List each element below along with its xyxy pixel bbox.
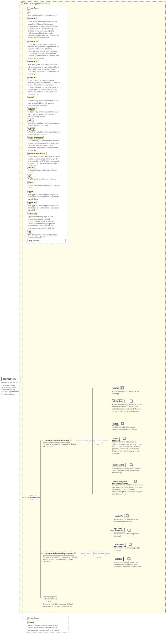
attributes-header: attributes — [30, 7, 40, 9]
connector — [110, 516, 114, 516]
any-other-desc: Extension point for provider-defined pro… — [43, 603, 76, 608]
attribute-item: idrefs Refers to the ids of elements whi… — [28, 621, 67, 631]
group-desc: A group of properties required to define… — [43, 443, 76, 448]
connector — [81, 554, 85, 554]
attributes-container-bottom[interactable]: attributes idrefs Refers to the ids of e… — [26, 616, 68, 632]
attribute-name[interactable]: creatoruri — [28, 40, 40, 43]
multiplicity-icon — [129, 543, 132, 546]
child-element[interactable]: definition — [112, 399, 124, 403]
attributes-container-main[interactable]: attributes idThe local identifier of the… — [26, 6, 67, 244]
any-other-element[interactable]: any ##other — [43, 596, 57, 600]
attribute-desc: A qualified code which identifies a conc… — [28, 169, 60, 174]
multiplicity-icon — [134, 480, 138, 483]
attribute-name[interactable]: howuri — [28, 107, 36, 110]
child-element-desc: An identifier of a more generic concept. — [114, 532, 145, 537]
connector — [22, 8, 26, 9]
root-element[interactable]: derivedFrom — [2, 377, 20, 381]
connector — [89, 440, 92, 441]
svg-rect-3 — [130, 400, 132, 402]
attribute-name[interactable]: literal — [28, 181, 35, 184]
attribute-item: xml:langSpecifies the language of this p… — [28, 212, 66, 230]
child-element[interactable]: name — [112, 386, 120, 390]
attribute-item: whyWhy the metadata has been included - … — [28, 118, 66, 126]
attribute-name[interactable]: type — [28, 190, 34, 193]
attribute-item: creatorIf the property value is not defi… — [28, 17, 66, 39]
child-element-desc: In NAR 1.8 and later, facet is deprecate… — [112, 441, 143, 455]
child-element[interactable]: narrower — [114, 543, 126, 546]
attribute-name[interactable]: qcode — [28, 166, 36, 169]
child-element[interactable]: related — [114, 557, 124, 561]
child-element-desc: A natural language definition of the sem… — [112, 403, 143, 412]
root-element-label: derivedFrom — [2, 378, 16, 380]
svg-rect-19 — [128, 558, 130, 560]
attribute-name[interactable]: dir — [28, 230, 32, 234]
attribute-desc: The type of the concept assigned as cont… — [28, 204, 60, 211]
connector — [22, 8, 22, 498]
connector — [108, 439, 112, 439]
attribute-any: any ##other — [28, 239, 66, 242]
attribute-name[interactable]: why — [28, 118, 34, 122]
collapse-icon — [74, 552, 76, 555]
group-label: ConceptDefinitionGroup — [44, 439, 69, 442]
attribute-desc: One or many constraints that apply to pu… — [28, 156, 60, 164]
child-element[interactable]: facet — [112, 437, 120, 440]
root-element-desc: Refers to the ids of elements whose valu… — [2, 382, 19, 396]
sequence-box[interactable] — [94, 439, 103, 443]
attribute-name[interactable]: how — [28, 96, 34, 99]
svg-rect-5 — [122, 422, 124, 424]
child-element[interactable]: remoteInfo — [112, 463, 126, 467]
sequence-box[interactable] — [81, 439, 89, 443]
connector — [110, 516, 110, 591]
attribute-name[interactable]: pubconstrainturi — [28, 152, 46, 155]
attribute-item: howuriIndicates by which means the value… — [28, 107, 66, 118]
attribute-item: qcodeA qualified code which identifies a… — [28, 166, 66, 174]
connector — [19, 379, 20, 379]
svg-rect-13 — [126, 514, 128, 517]
sequence-box[interactable] — [29, 496, 37, 500]
connector — [110, 545, 114, 545]
sequence-box[interactable] — [97, 552, 105, 556]
multiplicity-icon — [128, 529, 131, 532]
attribute-desc: The local identifier of the property. — [28, 14, 60, 16]
attribute-desc: If the property value is not defined, sp… — [28, 20, 60, 39]
attribute-desc: Why the metadata has been included - exp… — [28, 131, 60, 136]
child-element-desc: An identifier of a more specific concept… — [114, 547, 145, 551]
group-concept-definition[interactable]: ConceptDefinitionGroup — [43, 439, 70, 442]
child-element[interactable]: sameAs — [114, 514, 125, 518]
attribute-desc: The date (and, optionally, the time) whe… — [28, 64, 60, 75]
attribute-name[interactable]: creator — [28, 17, 37, 20]
attribute-item: typeuriThe type of the concept assigned … — [28, 201, 66, 211]
collapse-icon — [28, 618, 30, 620]
attribute-item: customIf set to true the corresponding p… — [28, 76, 66, 95]
connector — [108, 401, 112, 402]
child-element[interactable]: hierarchyInfo — [112, 480, 128, 484]
group-concept-relationships[interactable]: ConceptRelationshipsGroup — [43, 552, 74, 556]
occurrence: 0..∞ — [48, 600, 51, 603]
attribute-item: uriA URI which identifies a concept. — [28, 174, 66, 180]
child-element[interactable]: note — [112, 422, 119, 426]
connector — [108, 388, 112, 388]
multiplicity-icon — [121, 386, 124, 390]
attribute-desc: Refers to the ids of elements which valu… — [28, 624, 60, 631]
attribute-name[interactable]: typeuri — [28, 201, 36, 204]
attribute-desc: If set to true the corresponding propert… — [28, 79, 60, 95]
occurrence: 0..∞ — [97, 556, 101, 558]
attribute-name[interactable]: pubconstraint — [28, 136, 44, 140]
connector — [40, 440, 40, 598]
child-element-desc: A natural language name for the concept. — [112, 390, 143, 395]
connector — [93, 554, 97, 554]
sequence-box[interactable] — [85, 552, 94, 556]
child-element[interactable]: broader — [114, 528, 124, 532]
attribute-name[interactable]: modified — [28, 60, 38, 63]
attribute-desc: Indicates by which means the value was e… — [28, 111, 60, 118]
attribute-name[interactable]: idrefs — [28, 621, 35, 624]
attribute-name[interactable]: custom — [28, 76, 37, 79]
attribute-name[interactable]: xml:lang — [28, 212, 38, 216]
multiplicity-icon — [130, 463, 133, 466]
attribute-name[interactable]: uri — [28, 174, 32, 178]
attribute-name[interactable]: whyuri — [28, 127, 36, 130]
connector — [110, 530, 114, 530]
attribute-item: idThe local identifier of the property. — [28, 10, 66, 16]
attribute-name[interactable]: id — [28, 10, 31, 14]
connector — [105, 554, 110, 554]
